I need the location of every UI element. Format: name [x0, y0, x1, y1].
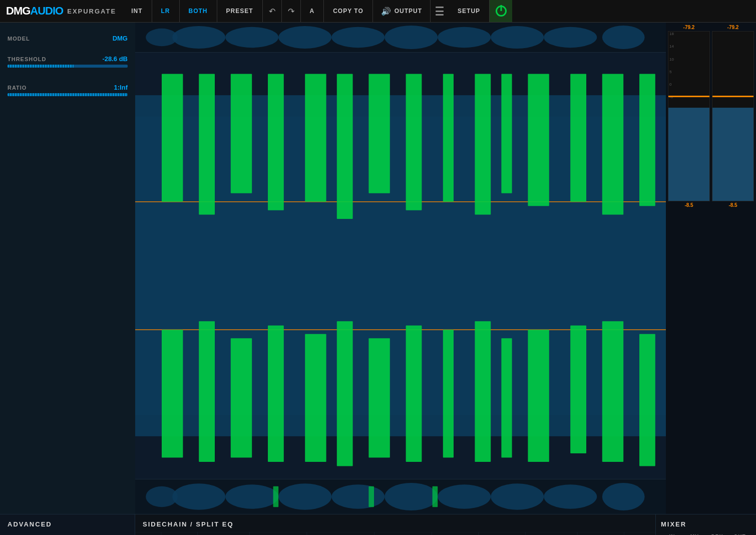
svg-rect-39: [443, 330, 454, 457]
left-meter: -79.2 18141050-6-12-20-28-39-53-73-107-i…: [668, 25, 710, 208]
svg-rect-41: [501, 338, 512, 457]
a-label[interactable]: A: [301, 0, 324, 22]
left-panel: MODEL DMG THRESHOLD -28.6 dB RATIO 1:Inf: [0, 23, 135, 514]
svg-rect-29: [602, 74, 623, 215]
right-panel: -79.2 18141050-6-12-20-28-39-53-73-107-i…: [666, 23, 756, 514]
eq-chart[interactable]: 0dB -24dB -48dB -72dB 24dB 12dB 0dB -12d…: [135, 532, 655, 535]
eq-panel: SIDECHAIN / SPLIT EQ: [135, 514, 656, 535]
svg-rect-31: [162, 330, 183, 457]
svg-rect-45: [639, 334, 655, 466]
svg-rect-27: [528, 74, 549, 206]
left-meter-fill: [668, 108, 709, 201]
svg-rect-18: [231, 74, 252, 193]
copy-to-button[interactable]: COPY TO: [324, 0, 373, 22]
lr-button[interactable]: LR: [152, 0, 180, 22]
svg-rect-32: [199, 321, 215, 462]
main-content: MODEL DMG THRESHOLD -28.6 dB RATIO 1:Inf: [0, 23, 756, 514]
svg-rect-37: [368, 338, 390, 457]
svg-point-8: [491, 26, 544, 49]
waveform-top-svg: [135, 23, 666, 52]
output-button[interactable]: 🔊 OUTPUT: [373, 0, 431, 22]
dmg-logo: DMGAUDIO: [6, 5, 63, 18]
mixer-panel: MIXER IN MU DRY OUT 0.0 0.0: [656, 514, 756, 535]
waveform-main-svg: [135, 53, 666, 479]
ratio-slider-fill: [8, 93, 128, 96]
svg-rect-19: [268, 74, 284, 210]
logo-area: DMGAUDIO EXPURGATE: [0, 5, 122, 18]
threshold-row: THRESHOLD -28.6 dB: [8, 52, 128, 63]
ratio-value: 1:Inf: [114, 84, 128, 91]
svg-point-48: [172, 483, 225, 509]
svg-rect-16: [162, 74, 183, 202]
plugin-name: EXPURGATE: [67, 8, 116, 15]
svg-rect-40: [475, 321, 491, 462]
svg-rect-25: [475, 74, 491, 215]
svg-rect-23: [406, 74, 422, 210]
svg-rect-59: [433, 486, 438, 507]
svg-rect-38: [406, 326, 422, 462]
eq-svg: 0dB -24dB -48dB -72dB 24dB 12dB 0dB -12d…: [135, 532, 655, 535]
svg-point-4: [278, 26, 331, 49]
left-meter-bottom-value: -8.5: [684, 202, 693, 208]
mixer-title: MIXER: [661, 520, 751, 528]
ratio-row: RATIO 1:Inf: [8, 81, 128, 91]
svg-rect-20: [305, 74, 326, 202]
svg-rect-36: [337, 321, 353, 466]
lines-icon[interactable]: [433, 7, 447, 16]
svg-rect-58: [368, 486, 374, 507]
redo-button[interactable]: ↷: [282, 0, 301, 22]
svg-point-3: [225, 27, 278, 48]
svg-rect-35: [305, 334, 326, 462]
svg-point-50: [278, 483, 331, 509]
svg-point-53: [438, 484, 491, 508]
svg-rect-22: [368, 74, 390, 193]
left-meter-top-value: -79.2: [683, 25, 695, 30]
setup-button[interactable]: SETUP: [449, 0, 490, 22]
right-peak-marker: [712, 96, 753, 97]
model-value: DMG: [113, 35, 128, 42]
top-nav: INT LR BOTH PRESET ↶ ↷ A COPY TO 🔊 OUTPU…: [122, 0, 756, 22]
eq-title: SIDECHAIN / SPLIT EQ: [135, 514, 655, 532]
power-button[interactable]: [490, 0, 512, 22]
svg-point-7: [438, 27, 491, 48]
svg-rect-44: [602, 321, 623, 462]
right-meter-fill: [712, 108, 753, 201]
both-button[interactable]: BOTH: [180, 0, 217, 22]
svg-rect-21: [337, 74, 353, 219]
model-row: MODEL DMG: [8, 32, 128, 42]
output-label: OUTPUT: [395, 8, 422, 15]
center-panel: [135, 23, 666, 514]
int-button[interactable]: INT: [122, 0, 152, 22]
advanced-title: ADVANCED: [8, 520, 127, 528]
ratio-slider[interactable]: [8, 93, 128, 96]
svg-rect-43: [570, 326, 586, 453]
left-meter-bar: 18141050-6-12-20-28-39-53-73-107-inf: [668, 31, 710, 201]
threshold-slider[interactable]: [8, 65, 128, 68]
svg-rect-34: [268, 326, 284, 462]
threshold-section: THRESHOLD -28.6 dB: [8, 48, 128, 68]
svg-point-55: [544, 484, 597, 508]
logo-audio-text: AUDIO: [30, 5, 63, 17]
power-icon: [496, 6, 507, 17]
undo-button[interactable]: ↶: [263, 0, 282, 22]
right-meter-top-value: -79.2: [727, 25, 739, 30]
svg-rect-33: [231, 338, 252, 457]
waveform-main[interactable]: [135, 53, 666, 479]
svg-point-9: [544, 27, 597, 48]
svg-point-6: [385, 26, 438, 49]
svg-rect-17: [199, 74, 215, 215]
preset-button[interactable]: PRESET: [217, 0, 263, 22]
ratio-label: RATIO: [8, 85, 27, 91]
svg-rect-26: [501, 74, 512, 193]
speaker-icon: 🔊: [381, 7, 392, 16]
threshold-label: THRESHOLD: [8, 56, 46, 62]
svg-point-51: [331, 484, 385, 508]
right-meter: -79.2 -8.5: [712, 25, 754, 208]
right-meter-bottom-value: -8.5: [728, 202, 737, 208]
top-bar: DMGAUDIO EXPURGATE INT LR BOTH PRESET ↶ …: [0, 0, 756, 23]
advanced-panel: ADVANCED KNEE 0.0 dB RANGE 80.2 dB ATTAC…: [0, 514, 135, 535]
right-meter-bar: [712, 31, 754, 201]
svg-rect-24: [443, 74, 454, 202]
svg-rect-57: [273, 486, 279, 507]
waveform-bottom-svg: [135, 479, 666, 514]
